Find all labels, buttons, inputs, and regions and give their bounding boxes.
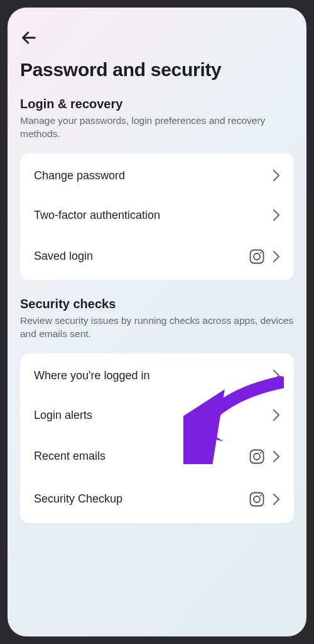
row-recent-emails[interactable]: Recent emails bbox=[20, 435, 294, 478]
row-icons bbox=[249, 491, 280, 508]
section-heading-login-recovery: Login & recovery bbox=[20, 97, 294, 111]
svg-rect-7 bbox=[251, 492, 264, 506]
security-checks-card: Where you're logged in Login alerts Rece… bbox=[20, 353, 294, 523]
svg-rect-1 bbox=[251, 250, 264, 263]
row-icons bbox=[249, 248, 280, 265]
row-label: Change password bbox=[34, 169, 273, 182]
screen: Password and security Login & recovery M… bbox=[8, 8, 306, 636]
row-icons bbox=[273, 169, 280, 182]
svg-point-9 bbox=[260, 494, 261, 496]
row-label: Login alerts bbox=[34, 409, 273, 422]
chevron-right-icon bbox=[273, 409, 280, 421]
row-label: Recent emails bbox=[34, 450, 249, 463]
section-desc-security-checks: Review security issues by running checks… bbox=[20, 314, 294, 341]
chevron-right-icon bbox=[273, 250, 280, 263]
row-icons bbox=[273, 409, 280, 421]
section-heading-security-checks: Security checks bbox=[20, 297, 294, 311]
chevron-right-icon bbox=[273, 450, 280, 463]
svg-point-5 bbox=[254, 453, 260, 460]
svg-point-3 bbox=[260, 252, 261, 253]
chevron-right-icon bbox=[273, 169, 280, 182]
page-title: Password and security bbox=[20, 59, 294, 80]
arrow-left-icon bbox=[20, 29, 38, 47]
chevron-right-icon bbox=[273, 209, 280, 221]
row-where-logged-in[interactable]: Where you're logged in bbox=[20, 356, 294, 396]
instagram-icon bbox=[249, 448, 265, 465]
chevron-right-icon bbox=[273, 493, 280, 506]
row-icons bbox=[249, 448, 280, 465]
row-change-password[interactable]: Change password bbox=[20, 156, 294, 196]
header-row bbox=[20, 23, 294, 53]
row-label: Saved login bbox=[34, 250, 249, 263]
row-icons bbox=[273, 209, 280, 221]
row-label: Two-factor authentication bbox=[34, 209, 273, 222]
svg-point-6 bbox=[260, 452, 261, 453]
section-desc-login-recovery: Manage your passwords, login preferences… bbox=[20, 114, 294, 141]
svg-rect-4 bbox=[251, 450, 264, 463]
chevron-right-icon bbox=[273, 369, 280, 382]
row-two-factor-auth[interactable]: Two-factor authentication bbox=[20, 196, 294, 235]
row-label: Security Checkup bbox=[34, 492, 249, 506]
row-label: Where you're logged in bbox=[34, 369, 273, 382]
instagram-icon bbox=[249, 248, 265, 265]
instagram-icon bbox=[249, 491, 265, 508]
row-security-checkup[interactable]: Security Checkup bbox=[20, 478, 294, 521]
row-icons bbox=[273, 369, 280, 382]
svg-point-8 bbox=[254, 496, 260, 502]
row-login-alerts[interactable]: Login alerts bbox=[20, 396, 294, 435]
back-button[interactable] bbox=[16, 25, 41, 50]
svg-point-2 bbox=[254, 253, 260, 260]
row-saved-login[interactable]: Saved login bbox=[20, 235, 294, 278]
login-recovery-card: Change password Two-factor authenticatio… bbox=[20, 153, 294, 280]
